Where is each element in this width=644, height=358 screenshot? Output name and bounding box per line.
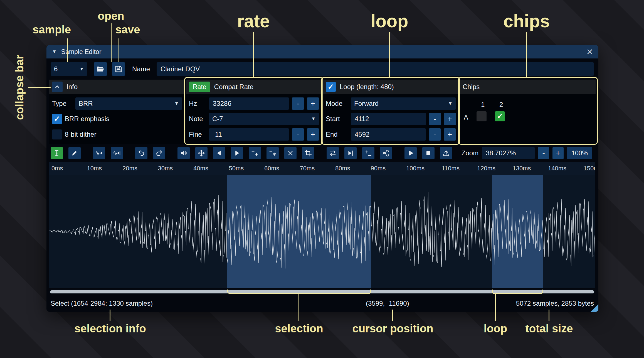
annotation-line-selection <box>298 294 299 321</box>
ibeam-icon <box>53 149 61 157</box>
invert-button[interactable] <box>344 147 357 159</box>
apply-silence-button[interactable] <box>267 147 279 159</box>
fine-plus-button[interactable]: + <box>307 128 319 141</box>
create-wavetable-button[interactable] <box>440 147 452 159</box>
ruler-label: 120ms <box>477 165 495 172</box>
loop-header-label: Loop (length: 480) <box>340 83 394 91</box>
signed-unsigned-button[interactable] <box>362 147 374 159</box>
chip-1-checkbox[interactable] <box>477 111 487 121</box>
amplify-button[interactable] <box>177 147 190 159</box>
trim-button[interactable] <box>302 147 314 159</box>
note-select[interactable]: C-7 ▼ <box>209 113 319 125</box>
loop-end-label: End <box>326 131 348 138</box>
annotation-cursor-position: cursor position <box>352 322 433 335</box>
loop-end-input[interactable] <box>351 128 426 141</box>
sample-name-input[interactable] <box>157 62 594 76</box>
annotation-line-loop-marker <box>495 294 496 321</box>
preview-button[interactable] <box>404 147 417 159</box>
loop-end-minus-button[interactable]: - <box>429 128 441 141</box>
rate-header-label: Compat Rate <box>214 83 253 91</box>
open-button[interactable] <box>94 62 107 76</box>
rate-body: Hz - + Note C-7 ▼ Fine - + <box>186 94 322 144</box>
stop-icon <box>425 149 432 157</box>
window-collapse-icon[interactable]: ▼ <box>52 49 57 55</box>
swap-icon <box>329 149 337 157</box>
annotation-rate: rate <box>237 11 270 31</box>
resample-button[interactable] <box>111 147 123 159</box>
select-tool-button[interactable] <box>51 147 63 159</box>
fade-out-button[interactable] <box>231 147 243 159</box>
draw-tool-button[interactable] <box>68 147 81 159</box>
reverse-button[interactable] <box>327 147 339 159</box>
loop-mode-select[interactable]: Forward ▼ <box>351 97 456 110</box>
stop-preview-button[interactable] <box>422 147 435 159</box>
loop-start-minus-button[interactable]: - <box>429 113 441 125</box>
zoom-in-button[interactable]: + <box>552 147 564 159</box>
loop-header: ✓ Loop (length: 480) <box>323 80 459 94</box>
annotation-loop: loop <box>371 11 408 31</box>
zoom-label: Zoom <box>462 149 478 157</box>
hz-input[interactable] <box>209 97 289 110</box>
annotation-open: open <box>98 10 124 22</box>
name-label: Name <box>132 62 150 76</box>
dither-checkbox[interactable] <box>52 129 62 139</box>
insert-silence-button[interactable] <box>249 147 261 159</box>
hz-label: Hz <box>189 100 206 107</box>
close-button[interactable]: × <box>587 46 593 57</box>
chevron-down-icon: ▼ <box>174 101 179 106</box>
chips-body: 1 2 A ✓ <box>460 94 596 144</box>
normalize-button[interactable] <box>195 147 208 159</box>
waveform-svg <box>49 175 595 288</box>
loop-checkbox[interactable]: ✓ <box>326 82 336 92</box>
waveform-view[interactable] <box>49 175 595 288</box>
waveform-trace <box>49 192 595 269</box>
scrollbar-thumb[interactable] <box>50 290 594 293</box>
plus-minus-icon <box>364 149 372 157</box>
minus-star-icon <box>269 149 277 157</box>
rate-button[interactable]: Rate <box>189 82 210 92</box>
zoom-out-button[interactable]: - <box>538 147 549 159</box>
ruler[interactable]: 0ms10ms20ms30ms40ms50ms60ms70ms80ms90ms1… <box>49 162 595 175</box>
type-select[interactable]: BRR ▼ <box>75 97 182 110</box>
annotation-loop-marker: loop <box>484 322 507 335</box>
pencil-icon <box>71 149 78 157</box>
loop-end-plus-button[interactable]: + <box>444 128 456 141</box>
redo-button[interactable] <box>153 147 165 159</box>
brr-emphasis-checkbox[interactable]: ✓ <box>52 114 62 124</box>
wave-resample-icon <box>113 149 121 157</box>
brr-emphasis-label: BRR emphasis <box>65 115 109 123</box>
undo-button[interactable] <box>135 147 147 159</box>
fine-minus-button[interactable]: - <box>292 128 304 141</box>
annotation-line-rate <box>253 32 254 77</box>
annotation-line-selection-info <box>110 310 110 321</box>
hz-minus-button[interactable]: - <box>292 97 304 110</box>
info-body: Type BRR ▼ ✓ BRR emphasis 8-bit dither <box>49 94 185 144</box>
chip-2-checkbox[interactable]: ✓ <box>495 111 505 121</box>
horizontal-scrollbar[interactable] <box>49 290 595 294</box>
ruler-label: 40ms <box>193 165 208 172</box>
chips-column-1-label: 1 <box>481 101 485 109</box>
info-section: Info Type BRR ▼ ✓ BRR emphasis 8-bit dit… <box>49 80 185 144</box>
chevron-down-icon: ▼ <box>448 101 453 106</box>
save-button[interactable] <box>112 62 125 76</box>
sample-number-select[interactable]: 6 ▼ <box>51 62 87 76</box>
loop-start-plus-button[interactable]: + <box>444 113 456 125</box>
rate-header: Rate Compat Rate <box>186 80 322 94</box>
apply-filter-button[interactable] <box>380 147 392 159</box>
note-label: Note <box>189 115 206 123</box>
resize-button[interactable] <box>93 147 105 159</box>
zoom-reset-button[interactable]: 100% <box>567 147 592 159</box>
hz-plus-button[interactable]: + <box>307 97 319 110</box>
info-collapse-button[interactable] <box>52 82 63 92</box>
ruler-label: 20ms <box>122 165 137 172</box>
chevron-down-icon: ▼ <box>311 116 316 122</box>
zoom-input[interactable] <box>482 147 535 159</box>
rate-section: Rate Compat Rate Hz - + Note C-7 ▼ <box>186 80 322 144</box>
ruler-label: 80ms <box>335 165 350 172</box>
ruler-label: 100ms <box>406 165 425 172</box>
fade-in-button[interactable] <box>213 147 225 159</box>
delete-button[interactable] <box>284 147 297 159</box>
loop-start-input[interactable] <box>351 113 426 125</box>
fine-input[interactable] <box>209 128 289 141</box>
annotation-line-total-size <box>549 310 549 321</box>
